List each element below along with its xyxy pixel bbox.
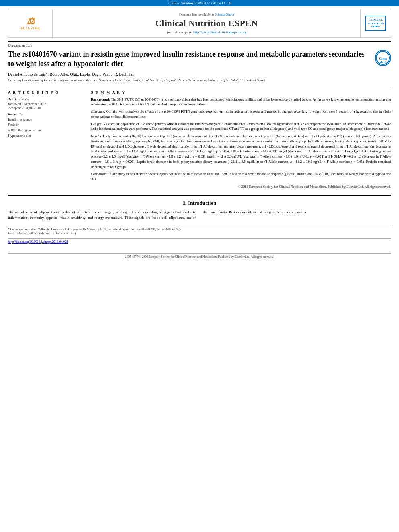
copyright-line: © 2016 European Society for Clinical Nut…	[91, 184, 391, 189]
top-divider	[8, 41, 391, 42]
article-info-col: A R T I C L E I N F O Article history: R…	[8, 90, 84, 189]
elsevier-text: ELSEVIER	[21, 27, 40, 31]
journal-header: ⚖ ELSEVIER Contents lists available at S…	[8, 9, 391, 38]
sciencedirect-line: Contents lists available at ScienceDirec…	[179, 12, 234, 16]
keyword-2: Resistin	[8, 122, 84, 128]
summary-background: Background: The SNP 3'UTR C/T (rs1040167…	[91, 97, 391, 189]
journal-citation: Clinical Nutrition ESPEN 14 (2016) 14–18	[168, 1, 231, 5]
introduction-section: 1. Introduction The actual view of adipo…	[8, 200, 391, 221]
article-type: Original article	[8, 43, 391, 47]
summary-heading: S U M M A R Y	[91, 90, 391, 94]
keywords-label: Keywords:	[8, 112, 84, 116]
homepage-link[interactable]: http://www.clinicalnutritionespen.com	[193, 30, 246, 34]
intro-title: 1. Introduction	[8, 200, 391, 206]
logo-line1: CLINICAL	[368, 18, 384, 21]
received-date: Received 9 September 2015 Accepted 20 Ap…	[8, 102, 84, 110]
doi-line[interactable]: http://dx.doi.org/10.1016/j.clnesp.2016.…	[8, 238, 391, 244]
doi-link[interactable]: http://dx.doi.org/10.1016/j.clnesp.2016.…	[8, 240, 68, 244]
elsevier-logo: ⚖ ELSEVIER	[21, 16, 40, 31]
journal-citation-bar: Clinical Nutrition ESPEN 14 (2016) 14–18	[0, 0, 399, 6]
logo-line2: NUTRITION	[368, 22, 384, 25]
body-divider	[8, 195, 391, 196]
affiliation: Center of Investigation of Endocrinology…	[8, 78, 391, 83]
crossmark-badge: Cross Mark	[375, 50, 391, 66]
summary-col: S U M M A R Y Background: The SNP 3'UTR …	[91, 90, 391, 189]
svg-text:Mark: Mark	[379, 60, 386, 64]
article-title-row: The rs10401670 variant in resistin gene …	[8, 50, 391, 69]
email-address: E-mail address: dadluis@yahoo.es (D. Ant…	[8, 232, 391, 236]
sciencedirect-link[interactable]: ScienceDirect	[215, 12, 234, 16]
main-content: Original article The rs10401670 variant …	[8, 41, 391, 252]
elsevier-icon: ⚖	[21, 16, 40, 26]
journal-title: Clinical Nutrition ESPEN	[155, 18, 258, 29]
article-title: The rs10401670 variant in resistin gene …	[8, 50, 371, 69]
journal-logo-area: CLINICAL NUTRITION ESPEN	[360, 9, 391, 37]
journal-logo-box: CLINICAL NUTRITION ESPEN	[365, 16, 386, 31]
intro-text: The actual view of adipose tissue is tha…	[8, 210, 391, 221]
bottom-bar: 2405-4577/© 2016 European Society for Cl…	[8, 253, 391, 259]
homepage-line: journal homepage: http://www.clinicalnut…	[167, 30, 246, 34]
authors: Daniel Antonio de Luis*, Rocío Aller, Ol…	[8, 72, 391, 76]
keyword-4: Hypocaloric diet	[8, 133, 84, 139]
section-divider-thin	[8, 87, 391, 87]
article-info-heading: A R T I C L E I N F O	[8, 90, 84, 94]
journal-title-area: Contents lists available at ScienceDirec…	[53, 9, 360, 37]
svg-text:Cross: Cross	[379, 57, 387, 60]
history-label: Article history:	[8, 97, 84, 101]
keyword-1: Insulin resistance	[8, 117, 84, 123]
article-info-summary: A R T I C L E I N F O Article history: R…	[8, 90, 391, 189]
keyword-3: rs10401670 gene variant	[8, 128, 84, 134]
corresponding-author: * Corresponding author. Valladolid Unive…	[8, 228, 391, 232]
footnote-area: * Corresponding author. Valladolid Unive…	[8, 226, 391, 236]
logo-line3: ESPEN	[368, 25, 384, 28]
bottom-bar-text: 2405-4577/© 2016 European Society for Cl…	[125, 255, 274, 259]
elsevier-logo-area: ⚖ ELSEVIER	[8, 9, 53, 37]
